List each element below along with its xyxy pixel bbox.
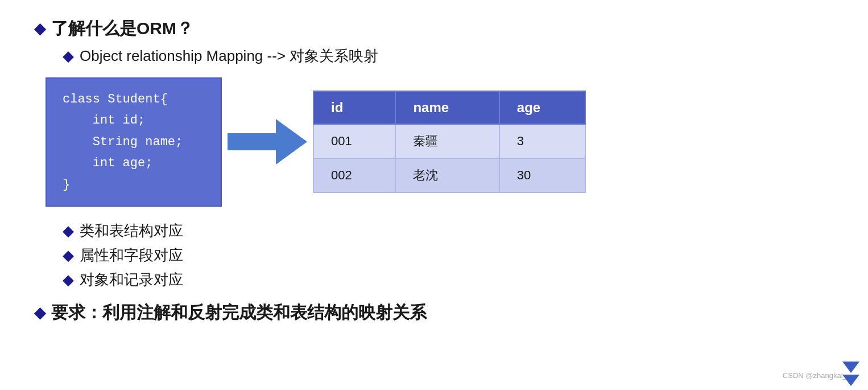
table-cell-age-1: 3	[499, 124, 585, 158]
bullets-section: ◆ 类和表结构对应 ◆ 属性和字段对应 ◆ 对象和记录对应	[63, 221, 834, 290]
bullet-item-1: ◆ 类和表结构对应	[63, 221, 834, 241]
diamond-icon-4: ◆	[63, 247, 74, 264]
table-cell-id-1: 001	[313, 124, 395, 158]
code-line-3: String name;	[63, 132, 205, 153]
table-cell-name-2: 老沈	[395, 158, 499, 192]
table-header-id: id	[313, 91, 395, 124]
chevron-shape-2	[842, 375, 859, 386]
table-cell-age-2: 30	[499, 158, 585, 192]
arrow-body	[228, 133, 276, 150]
table-cell-id-2: 002	[313, 158, 395, 192]
requirement-text: 要求：利用注解和反射完成类和表结构的映射关系	[51, 301, 427, 325]
diamond-icon-2: ◆	[63, 47, 74, 65]
arrow-head	[276, 119, 307, 165]
orm-table: id name age 001 秦疆 3 002 老沈 30	[313, 91, 586, 193]
table-header-name: name	[395, 91, 499, 124]
diamond-icon-1: ◆	[34, 20, 46, 38]
code-box: class Student{ int id; String name; int …	[46, 77, 222, 207]
heading2-text: Object relationship Mapping --> 对象关系映射	[80, 46, 378, 66]
heading-level1: ◆ 了解什么是ORM？	[34, 17, 834, 40]
chevron-shape-1	[842, 362, 859, 373]
code-line-2: int id;	[63, 110, 205, 131]
middle-section: class Student{ int id; String name; int …	[46, 77, 834, 207]
arrow-container	[222, 119, 313, 165]
heading-level2: ◆ Object relationship Mapping --> 对象关系映射	[63, 46, 834, 66]
table-header-row: id name age	[313, 91, 585, 124]
table-row: 002 老沈 30	[313, 158, 585, 192]
code-line-5: }	[63, 174, 205, 195]
table-header-age: age	[499, 91, 585, 124]
heading1-text: 了解什么是ORM？	[51, 17, 193, 40]
bullet-item-2: ◆ 属性和字段对应	[63, 245, 834, 265]
mapping-arrow	[228, 125, 307, 159]
diamond-icon-3: ◆	[63, 222, 74, 240]
bullet-text-3: 对象和记录对应	[80, 270, 183, 290]
code-line-1: class Student{	[63, 89, 205, 110]
slide-container: ◆ 了解什么是ORM？ ◆ Object relationship Mappin…	[0, 0, 868, 390]
requirement-heading: ◆ 要求：利用注解和反射完成类和表结构的映射关系	[34, 301, 834, 325]
table-cell-name-1: 秦疆	[395, 124, 499, 158]
diamond-icon-5: ◆	[63, 271, 74, 289]
bullet-text-1: 类和表结构对应	[80, 221, 183, 241]
code-line-4: int age;	[63, 153, 205, 174]
diamond-icon-6: ◆	[34, 304, 46, 322]
bullet-item-3: ◆ 对象和记录对应	[63, 270, 834, 290]
decoration-chevron	[842, 362, 859, 384]
watermark: CSDN @zhangkai__	[783, 371, 851, 380]
bullet-text-2: 属性和字段对应	[80, 245, 183, 265]
table-row: 001 秦疆 3	[313, 124, 585, 158]
